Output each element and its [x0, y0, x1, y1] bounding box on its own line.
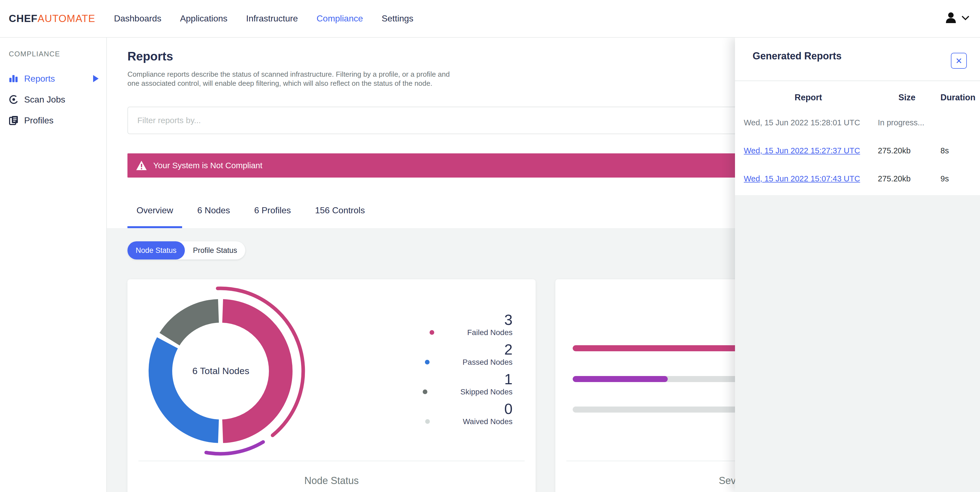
sidebar-item-profiles[interactable]: Profiles: [0, 110, 106, 131]
app-root: CHEFAUTOMATE Dashboards Applications Inf…: [0, 0, 980, 492]
node-status-legend: 3 Failed Nodes 2 Passed Nodes 1 Skipped …: [423, 312, 512, 426]
nav-item-dashboards[interactable]: Dashboards: [114, 13, 162, 24]
logo-chef: CHEF: [9, 13, 38, 24]
chef-automate-logo[interactable]: CHEFAUTOMATE: [9, 13, 95, 24]
nav-item-infrastructure[interactable]: Infrastructure: [246, 13, 298, 24]
page-description-line1: Compliance reports describe the status o…: [127, 70, 450, 78]
report-duration: 8s: [936, 146, 974, 155]
nav-item-compliance[interactable]: Compliance: [317, 13, 363, 24]
legend-passed-value: 2: [504, 341, 512, 357]
page-description-line2: one associated control, will enable deep…: [127, 79, 432, 88]
legend-waived-value: 0: [504, 401, 512, 417]
column-header-duration: Duration: [936, 93, 975, 102]
report-size: 275.20kb: [873, 146, 936, 155]
legend-failed[interactable]: 3 Failed Nodes: [430, 312, 512, 337]
failed-dot-icon: [430, 330, 434, 335]
legend-skipped-value: 1: [504, 371, 512, 387]
nav-item-applications[interactable]: Applications: [180, 13, 228, 24]
donut-skipped-segment: [169, 311, 218, 339]
toggle-profile-status[interactable]: Profile Status: [185, 241, 245, 259]
node-status-card: 6 Total Nodes 3 Failed Nodes 2 Passed No…: [127, 279, 536, 492]
radar-icon: [8, 94, 20, 105]
expand-arrow-icon[interactable]: [93, 75, 99, 82]
legend-passed[interactable]: 2 Passed Nodes: [425, 341, 512, 367]
user-icon: [944, 11, 958, 26]
table-row: Wed, 15 Jun 2022 15:28:01 UTC In progres…: [735, 109, 980, 137]
nav-item-settings[interactable]: Settings: [382, 13, 414, 24]
skipped-dot-icon: [423, 390, 427, 394]
tab-controls[interactable]: 156 Controls: [306, 192, 374, 228]
compliance-sidebar: COMPLIANCE Reports Scan Jobs Profiles: [0, 38, 107, 492]
table-header-row: Report Size Duration: [735, 86, 980, 109]
bar-chart-icon: [8, 73, 20, 84]
documents-icon: [8, 115, 20, 126]
sidebar-item-scan-jobs[interactable]: Scan Jobs: [0, 89, 106, 110]
legend-waived-label: Waived Nodes: [463, 417, 512, 426]
close-icon[interactable]: ✕: [951, 53, 967, 69]
sidebar-item-label: Profiles: [24, 115, 54, 126]
report-tabs: Overview 6 Nodes 6 Profiles 156 Controls: [127, 192, 380, 228]
sidebar-item-label: Reports: [24, 73, 55, 84]
legend-skipped-label: Skipped Nodes: [460, 388, 512, 396]
tab-nodes[interactable]: 6 Nodes: [188, 192, 239, 228]
top-navbar: CHEFAUTOMATE Dashboards Applications Inf…: [0, 0, 980, 38]
generated-reports-table: Report Size Duration Wed, 15 Jun 2022 15…: [735, 86, 980, 193]
sidebar-item-label: Scan Jobs: [24, 94, 65, 105]
report-size: 275.20kb: [873, 174, 936, 183]
page-description: Compliance reports describe the status o…: [127, 70, 465, 88]
warning-icon: [136, 160, 147, 171]
table-row: Wed, 15 Jun 2022 15:07:43 UTC 275.20kb 9…: [735, 165, 980, 193]
legend-skipped[interactable]: 1 Skipped Nodes: [423, 371, 512, 396]
panel-divider: [735, 80, 980, 81]
report-date: Wed, 15 Jun 2022 15:28:01 UTC: [744, 118, 873, 127]
node-status-caption: Node Status: [127, 475, 536, 487]
report-download-link[interactable]: Wed, 15 Jun 2022 15:27:37 UTC: [744, 146, 860, 155]
sidebar-item-reports[interactable]: Reports: [0, 68, 106, 89]
waived-dot-icon: [425, 419, 430, 424]
chevron-down-icon: [962, 16, 969, 21]
alert-text: Your System is Not Compliant: [153, 161, 262, 170]
table-row: Wed, 15 Jun 2022 15:27:37 UTC 275.20kb 8…: [735, 137, 980, 165]
generated-reports-panel: Generated Reports ✕ Report Size Duration…: [735, 38, 980, 492]
report-size: In progress...: [873, 118, 936, 127]
user-menu[interactable]: [944, 0, 969, 37]
donut-passed-segment: [161, 343, 218, 431]
legend-failed-value: 3: [504, 312, 512, 327]
donut-center-label: 6 Total Nodes: [169, 366, 273, 376]
donut-outer-arc-major: [206, 442, 263, 454]
report-download-link[interactable]: Wed, 15 Jun 2022 15:07:43 UTC: [744, 174, 860, 183]
legend-passed-label: Passed Nodes: [463, 358, 512, 367]
nav-links: Dashboards Applications Infrastructure C…: [114, 13, 414, 24]
status-toggle: Node Status Profile Status: [127, 241, 245, 259]
passed-dot-icon: [425, 360, 430, 364]
report-duration: 9s: [936, 174, 974, 183]
sidebar-section-label: COMPLIANCE: [9, 50, 106, 58]
column-header-report: Report: [744, 93, 873, 102]
logo-automate: AUTOMATE: [38, 13, 95, 24]
tab-profiles[interactable]: 6 Profiles: [245, 192, 300, 228]
card-divider: [138, 461, 525, 461]
legend-failed-label: Failed Nodes: [467, 328, 512, 337]
page-title: Reports: [127, 50, 173, 63]
toggle-node-status[interactable]: Node Status: [127, 241, 185, 259]
column-header-size: Size: [873, 93, 936, 102]
panel-title: Generated Reports: [752, 50, 842, 62]
legend-waived[interactable]: 0 Waived Nodes: [425, 401, 512, 426]
tab-overview[interactable]: Overview: [127, 192, 182, 228]
